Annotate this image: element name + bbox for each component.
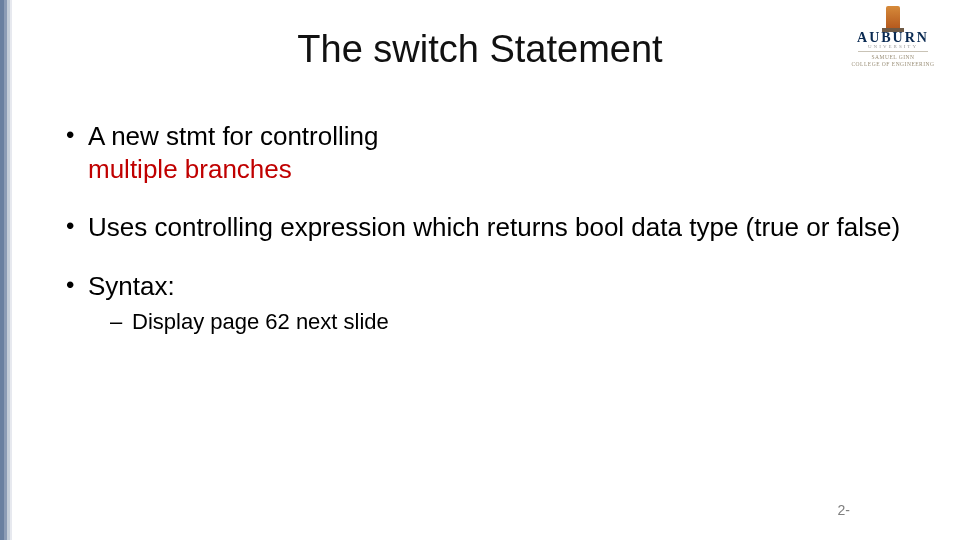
bullet-3: Syntax: Display page 62 next slide: [60, 270, 930, 336]
bullet-3-text: Syntax:: [88, 271, 175, 301]
sub-bullet-1: Display page 62 next slide: [110, 308, 930, 336]
slide-title: The switch Statement: [0, 28, 960, 71]
bullet-1-text: A new stmt for controlling: [88, 121, 378, 151]
left-decorative-strip: [0, 0, 12, 540]
sub-bullet-list: Display page 62 next slide: [110, 308, 930, 336]
slide: AUBURN UNIVERSITY SAMUEL GINN COLLEGE OF…: [0, 0, 960, 540]
bullet-1-emphasis: multiple branches: [88, 154, 292, 184]
slide-content: A new stmt for controlling multiple bran…: [60, 120, 930, 362]
page-number: 2-: [838, 502, 850, 518]
bullet-2-text: Uses controlling expression which return…: [88, 212, 900, 242]
bullet-1: A new stmt for controlling multiple bran…: [60, 120, 930, 185]
bullet-list: A new stmt for controlling multiple bran…: [60, 120, 930, 336]
tower-icon: [886, 6, 900, 28]
sub-bullet-1-text: Display page 62 next slide: [132, 309, 389, 334]
bullet-2: Uses controlling expression which return…: [60, 211, 930, 244]
